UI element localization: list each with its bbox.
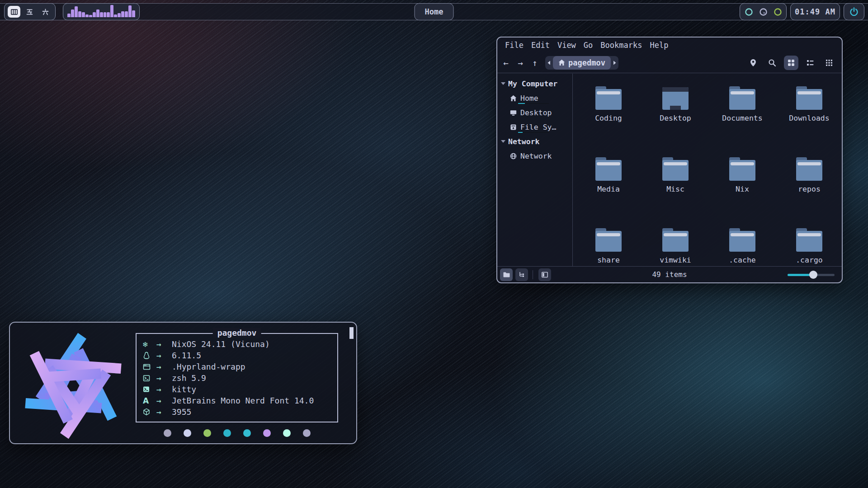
fetch-row-packages: → 3955 (143, 406, 337, 418)
sidebar-item-label: Home (520, 94, 538, 103)
file-label: Downloads (789, 114, 829, 122)
visualizer-bar (110, 5, 113, 17)
file-label: vimwiki (660, 256, 691, 264)
location-pin-button[interactable] (746, 56, 760, 70)
wm-icon (143, 363, 156, 371)
palette-dot (303, 429, 311, 437)
toggle-side-pane-button[interactable] (538, 268, 551, 281)
arrow-icon: → (156, 396, 172, 405)
status-bar: 49 items (497, 266, 842, 282)
file-manager-window: FileEditViewGoBookmarksHelp ← → ↑ pagedm… (496, 37, 843, 283)
home-icon (510, 95, 517, 102)
file-item-documents[interactable]: Documents (709, 83, 776, 154)
nixos-icon: ❄ (143, 340, 156, 349)
back-button[interactable]: ← (500, 58, 512, 68)
toolbar-right-group (746, 56, 842, 70)
file-item-media[interactable]: Media (575, 154, 642, 225)
sidebar-item-home[interactable]: Home (497, 91, 572, 105)
icon-view-button[interactable] (784, 56, 798, 70)
forward-button[interactable]: → (514, 58, 526, 68)
show-tree-button[interactable] (515, 268, 528, 281)
path-scroll-right-icon[interactable] (613, 60, 617, 66)
file-item-vimwiki[interactable]: vimwiki (642, 225, 709, 296)
menu-item-edit[interactable]: Edit (531, 41, 550, 50)
usage-bar (518, 103, 549, 104)
sidebar-item-desktop[interactable]: Desktop (497, 105, 572, 120)
file-item-coding[interactable]: Coding (575, 83, 642, 154)
workspace-button-5[interactable] (24, 6, 36, 18)
fetch-value: 3955 (172, 407, 191, 417)
file-label: share (597, 256, 620, 264)
tray-icon-record-ring[interactable] (759, 8, 768, 16)
palette-dot (184, 429, 191, 437)
workspace-button-6[interactable] (39, 6, 52, 18)
terminal-cursor (349, 327, 354, 339)
search-icon (768, 59, 776, 67)
focused-window-title[interactable]: Home (415, 3, 454, 20)
clock[interactable]: 01:49 AM (790, 3, 840, 20)
sidebar-group-label: Network (508, 137, 540, 146)
file-label: .cargo (796, 256, 823, 264)
location-pin-icon (749, 59, 757, 67)
file-item-nix[interactable]: Nix (709, 154, 776, 225)
folder-icon (662, 157, 689, 181)
menu-item-go[interactable]: Go (584, 41, 593, 50)
shell-icon (143, 375, 156, 382)
fetch-row-shell: → zsh 5.9 (143, 372, 337, 384)
visualizer-bar (125, 11, 128, 17)
fetch-value: JetBrains Mono Nerd Font 14.0 (172, 396, 314, 405)
fetch-hostname: pagedmov (213, 328, 261, 338)
palette-dot (243, 429, 251, 437)
sidebar-item-label: Network (520, 152, 552, 160)
nixos-logo (16, 329, 130, 443)
path-scroll-left-icon[interactable] (547, 60, 551, 66)
visualizer-bar (114, 14, 117, 17)
file-item-dot-cargo[interactable]: .cargo (776, 225, 843, 296)
menu-item-view[interactable]: View (557, 41, 576, 50)
arrow-icon: → (156, 373, 172, 383)
desktop-folder-icon (662, 86, 689, 110)
path-segment-home[interactable]: pagedmov (553, 56, 611, 70)
terminal-color-palette (136, 429, 338, 437)
visualizer-bar (82, 12, 85, 17)
folder-icon (595, 228, 622, 252)
power-icon (849, 7, 859, 17)
system-tray-module (740, 3, 787, 20)
file-item-misc[interactable]: Misc (642, 154, 709, 225)
side-pane-icon (541, 271, 548, 278)
tray-icon-green-ring[interactable] (774, 8, 782, 16)
zoom-slider-knob[interactable] (809, 271, 817, 279)
file-item-share[interactable]: share (575, 225, 642, 296)
arrow-icon: → (156, 362, 172, 371)
file-item-repos[interactable]: repos (776, 154, 843, 225)
sidebar-group-my-computer[interactable]: My Computer (497, 76, 572, 91)
menu-item-bookmarks[interactable]: Bookmarks (600, 41, 642, 50)
up-button[interactable]: ↑ (529, 58, 541, 68)
visualizer-bar (93, 12, 96, 17)
fetch-value: .Hyprland-wrapp (172, 362, 245, 371)
file-item-dot-cache[interactable]: .cache (709, 225, 776, 296)
fetch-value: zsh 5.9 (172, 373, 206, 383)
search-button[interactable] (765, 56, 779, 70)
file-item-desktop[interactable]: Desktop (642, 83, 709, 154)
collapse-triangle-icon (501, 82, 505, 85)
sidebar-group-network[interactable]: Network (497, 134, 572, 149)
terminal-window: pagedmov ❄ → NixOS 24.11 (Vicuna) → 6.11… (9, 322, 357, 444)
tray-icon-teal-ring[interactable] (745, 8, 753, 16)
list-view-button[interactable] (803, 56, 817, 70)
top-bar: Home 01:49 AM (0, 3, 868, 20)
compact-view-button[interactable] (822, 56, 836, 70)
file-label: Desktop (660, 114, 691, 122)
workspace-button-4[interactable] (8, 6, 20, 18)
folder-icon (729, 228, 755, 252)
zoom-slider[interactable] (788, 271, 835, 279)
power-button[interactable] (844, 3, 864, 20)
show-places-button[interactable] (500, 268, 513, 281)
menu-item-help[interactable]: Help (650, 41, 668, 50)
sidebar-item-filesystem[interactable]: File Sy… (497, 120, 572, 134)
arrow-icon: → (156, 407, 172, 417)
visualizer-bar (121, 11, 124, 17)
file-item-downloads[interactable]: Downloads (776, 83, 843, 154)
sidebar-item-network[interactable]: Network (497, 149, 572, 163)
menu-item-file[interactable]: File (505, 41, 524, 50)
